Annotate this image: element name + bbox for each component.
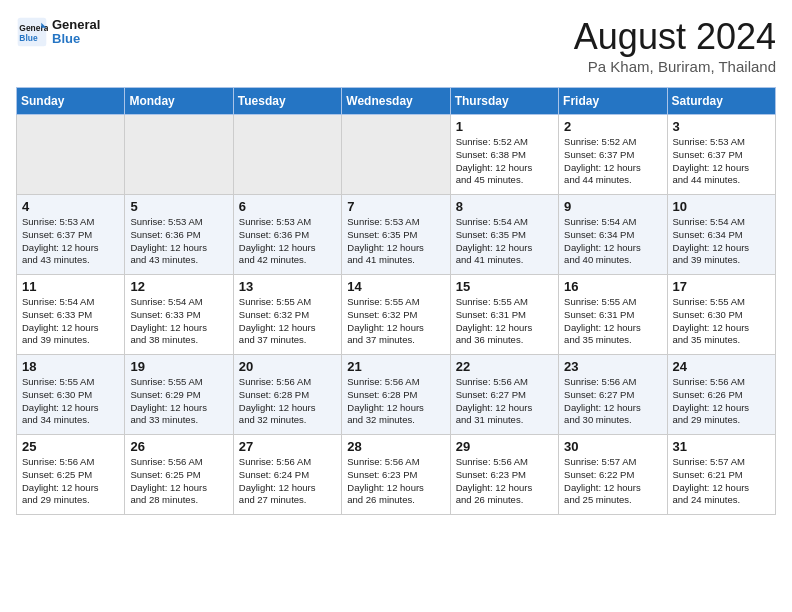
day-info: Sunrise: 5:56 AM Sunset: 6:28 PM Dayligh… [239, 376, 336, 427]
calendar-week-3: 11Sunrise: 5:54 AM Sunset: 6:33 PM Dayli… [17, 275, 776, 355]
day-number: 4 [22, 199, 119, 214]
calendar-week-2: 4Sunrise: 5:53 AM Sunset: 6:37 PM Daylig… [17, 195, 776, 275]
calendar-cell [342, 115, 450, 195]
day-info: Sunrise: 5:55 AM Sunset: 6:31 PM Dayligh… [564, 296, 661, 347]
calendar-cell: 11Sunrise: 5:54 AM Sunset: 6:33 PM Dayli… [17, 275, 125, 355]
calendar-cell: 25Sunrise: 5:56 AM Sunset: 6:25 PM Dayli… [17, 435, 125, 515]
day-number: 22 [456, 359, 553, 374]
day-info: Sunrise: 5:56 AM Sunset: 6:24 PM Dayligh… [239, 456, 336, 507]
calendar-header-tuesday: Tuesday [233, 88, 341, 115]
calendar-cell: 26Sunrise: 5:56 AM Sunset: 6:25 PM Dayli… [125, 435, 233, 515]
calendar-cell: 6Sunrise: 5:53 AM Sunset: 6:36 PM Daylig… [233, 195, 341, 275]
day-info: Sunrise: 5:56 AM Sunset: 6:27 PM Dayligh… [456, 376, 553, 427]
day-number: 1 [456, 119, 553, 134]
day-info: Sunrise: 5:55 AM Sunset: 6:32 PM Dayligh… [239, 296, 336, 347]
day-info: Sunrise: 5:55 AM Sunset: 6:31 PM Dayligh… [456, 296, 553, 347]
calendar-cell [125, 115, 233, 195]
day-number: 14 [347, 279, 444, 294]
day-info: Sunrise: 5:54 AM Sunset: 6:35 PM Dayligh… [456, 216, 553, 267]
calendar-cell: 1Sunrise: 5:52 AM Sunset: 6:38 PM Daylig… [450, 115, 558, 195]
calendar-cell: 24Sunrise: 5:56 AM Sunset: 6:26 PM Dayli… [667, 355, 775, 435]
calendar-header-monday: Monday [125, 88, 233, 115]
day-info: Sunrise: 5:55 AM Sunset: 6:30 PM Dayligh… [673, 296, 770, 347]
month-title: August 2024 [574, 16, 776, 58]
calendar-cell: 20Sunrise: 5:56 AM Sunset: 6:28 PM Dayli… [233, 355, 341, 435]
calendar-header-wednesday: Wednesday [342, 88, 450, 115]
calendar-cell: 8Sunrise: 5:54 AM Sunset: 6:35 PM Daylig… [450, 195, 558, 275]
day-info: Sunrise: 5:55 AM Sunset: 6:29 PM Dayligh… [130, 376, 227, 427]
calendar-cell: 15Sunrise: 5:55 AM Sunset: 6:31 PM Dayli… [450, 275, 558, 355]
day-number: 26 [130, 439, 227, 454]
calendar-cell: 12Sunrise: 5:54 AM Sunset: 6:33 PM Dayli… [125, 275, 233, 355]
calendar-cell: 5Sunrise: 5:53 AM Sunset: 6:36 PM Daylig… [125, 195, 233, 275]
title-block: August 2024 Pa Kham, Buriram, Thailand [574, 16, 776, 75]
day-info: Sunrise: 5:57 AM Sunset: 6:22 PM Dayligh… [564, 456, 661, 507]
calendar-cell: 10Sunrise: 5:54 AM Sunset: 6:34 PM Dayli… [667, 195, 775, 275]
day-info: Sunrise: 5:54 AM Sunset: 6:33 PM Dayligh… [22, 296, 119, 347]
logo-icon: General Blue [16, 16, 48, 48]
day-number: 13 [239, 279, 336, 294]
day-number: 17 [673, 279, 770, 294]
day-number: 25 [22, 439, 119, 454]
day-number: 28 [347, 439, 444, 454]
day-number: 31 [673, 439, 770, 454]
calendar-cell: 30Sunrise: 5:57 AM Sunset: 6:22 PM Dayli… [559, 435, 667, 515]
day-info: Sunrise: 5:56 AM Sunset: 6:28 PM Dayligh… [347, 376, 444, 427]
day-info: Sunrise: 5:56 AM Sunset: 6:26 PM Dayligh… [673, 376, 770, 427]
day-number: 21 [347, 359, 444, 374]
calendar-cell: 31Sunrise: 5:57 AM Sunset: 6:21 PM Dayli… [667, 435, 775, 515]
calendar-cell: 23Sunrise: 5:56 AM Sunset: 6:27 PM Dayli… [559, 355, 667, 435]
day-info: Sunrise: 5:56 AM Sunset: 6:23 PM Dayligh… [347, 456, 444, 507]
day-number: 16 [564, 279, 661, 294]
calendar-week-1: 1Sunrise: 5:52 AM Sunset: 6:38 PM Daylig… [17, 115, 776, 195]
calendar-cell [233, 115, 341, 195]
calendar-cell: 14Sunrise: 5:55 AM Sunset: 6:32 PM Dayli… [342, 275, 450, 355]
day-number: 6 [239, 199, 336, 214]
day-number: 20 [239, 359, 336, 374]
day-info: Sunrise: 5:56 AM Sunset: 6:23 PM Dayligh… [456, 456, 553, 507]
day-number: 8 [456, 199, 553, 214]
day-number: 7 [347, 199, 444, 214]
day-number: 12 [130, 279, 227, 294]
calendar-cell: 4Sunrise: 5:53 AM Sunset: 6:37 PM Daylig… [17, 195, 125, 275]
calendar-cell: 7Sunrise: 5:53 AM Sunset: 6:35 PM Daylig… [342, 195, 450, 275]
day-info: Sunrise: 5:53 AM Sunset: 6:35 PM Dayligh… [347, 216, 444, 267]
day-info: Sunrise: 5:54 AM Sunset: 6:34 PM Dayligh… [564, 216, 661, 267]
day-info: Sunrise: 5:53 AM Sunset: 6:37 PM Dayligh… [22, 216, 119, 267]
location: Pa Kham, Buriram, Thailand [574, 58, 776, 75]
day-number: 5 [130, 199, 227, 214]
svg-text:Blue: Blue [19, 33, 38, 43]
calendar-cell: 22Sunrise: 5:56 AM Sunset: 6:27 PM Dayli… [450, 355, 558, 435]
calendar-cell: 17Sunrise: 5:55 AM Sunset: 6:30 PM Dayli… [667, 275, 775, 355]
calendar-cell: 13Sunrise: 5:55 AM Sunset: 6:32 PM Dayli… [233, 275, 341, 355]
day-number: 15 [456, 279, 553, 294]
day-info: Sunrise: 5:52 AM Sunset: 6:38 PM Dayligh… [456, 136, 553, 187]
day-info: Sunrise: 5:53 AM Sunset: 6:36 PM Dayligh… [130, 216, 227, 267]
day-number: 30 [564, 439, 661, 454]
day-number: 9 [564, 199, 661, 214]
calendar-header-saturday: Saturday [667, 88, 775, 115]
calendar-cell: 19Sunrise: 5:55 AM Sunset: 6:29 PM Dayli… [125, 355, 233, 435]
calendar-header-row: SundayMondayTuesdayWednesdayThursdayFrid… [17, 88, 776, 115]
calendar-cell: 29Sunrise: 5:56 AM Sunset: 6:23 PM Dayli… [450, 435, 558, 515]
calendar-week-4: 18Sunrise: 5:55 AM Sunset: 6:30 PM Dayli… [17, 355, 776, 435]
day-number: 2 [564, 119, 661, 134]
calendar-week-5: 25Sunrise: 5:56 AM Sunset: 6:25 PM Dayli… [17, 435, 776, 515]
day-number: 19 [130, 359, 227, 374]
day-info: Sunrise: 5:54 AM Sunset: 6:33 PM Dayligh… [130, 296, 227, 347]
calendar-cell: 3Sunrise: 5:53 AM Sunset: 6:37 PM Daylig… [667, 115, 775, 195]
calendar-body: 1Sunrise: 5:52 AM Sunset: 6:38 PM Daylig… [17, 115, 776, 515]
calendar-header-thursday: Thursday [450, 88, 558, 115]
day-info: Sunrise: 5:56 AM Sunset: 6:25 PM Dayligh… [130, 456, 227, 507]
logo-text-blue: Blue [52, 32, 100, 46]
calendar-cell [17, 115, 125, 195]
day-info: Sunrise: 5:53 AM Sunset: 6:37 PM Dayligh… [673, 136, 770, 187]
day-number: 18 [22, 359, 119, 374]
day-number: 29 [456, 439, 553, 454]
calendar-cell: 2Sunrise: 5:52 AM Sunset: 6:37 PM Daylig… [559, 115, 667, 195]
svg-text:General: General [19, 23, 48, 33]
logo-text: General [52, 18, 100, 32]
day-info: Sunrise: 5:54 AM Sunset: 6:34 PM Dayligh… [673, 216, 770, 267]
day-number: 3 [673, 119, 770, 134]
day-info: Sunrise: 5:53 AM Sunset: 6:36 PM Dayligh… [239, 216, 336, 267]
